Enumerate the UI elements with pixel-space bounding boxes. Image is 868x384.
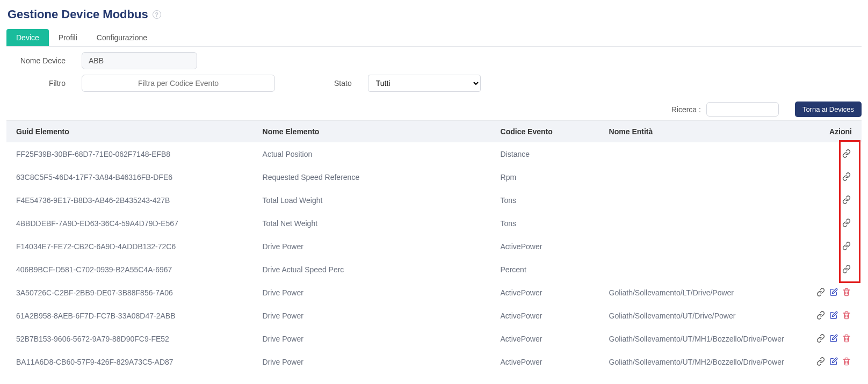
cell-guid: 406B9BCF-D581-C702-0939-B2A55C4A-6967: [6, 258, 253, 281]
table-row: 52B7B153-9606-5672-9A79-88D90FC9-FE52Dri…: [6, 327, 862, 350]
search-input[interactable]: [706, 102, 779, 117]
cell-name: Drive Power: [253, 304, 491, 327]
back-to-devices-button[interactable]: Torna ai Devices: [795, 102, 862, 117]
col-entity: Nome Entità: [599, 121, 794, 143]
trash-icon[interactable]: [841, 310, 852, 321]
cell-name: Actual Position: [253, 142, 491, 165]
table-row: BA11A6D8-CB60-57F9-426F-829A73C5-AD87Dri…: [6, 350, 862, 373]
state-label: Stato: [334, 79, 352, 88]
cell-guid: 52B7B153-9606-5672-9A79-88D90FC9-FE52: [6, 327, 253, 350]
cell-actions: [794, 350, 862, 373]
trash-icon[interactable]: [841, 287, 852, 298]
link-icon[interactable]: [841, 171, 852, 182]
cell-guid: 61A2B958-8AEB-6F7D-FC7B-33A08D47-2ABB: [6, 304, 253, 327]
table-row: 3A50726C-C2BF-2BB9-DE07-3B88F856-7A06Dri…: [6, 281, 862, 304]
link-icon[interactable]: [841, 194, 852, 205]
cell-actions: [794, 235, 862, 258]
table-row: F4E54736-9E17-B8D3-AB46-2B435243-427BTot…: [6, 189, 862, 212]
cell-name: Drive Power: [253, 350, 491, 373]
filter-label: Filtro: [6, 79, 66, 88]
trash-icon[interactable]: [841, 333, 852, 344]
cell-actions: [794, 142, 862, 165]
table-row: 406B9BCF-D581-C702-0939-B2A55C4A-6967Dri…: [6, 258, 862, 281]
cell-actions: [794, 281, 862, 304]
table-row: 61A2B958-8AEB-6F7D-FC7B-33A08D47-2ABBDri…: [6, 304, 862, 327]
table-row: 4BBDDEBF-7A9D-ED63-36C4-59A4D79D-E567Tot…: [6, 212, 862, 235]
cell-name: Drive Actual Speed Perc: [253, 258, 491, 281]
link-icon[interactable]: [841, 241, 852, 251]
link-icon[interactable]: [815, 356, 826, 367]
col-guid: Guid Elemento: [6, 121, 253, 143]
cell-entity: [599, 212, 794, 235]
col-code: Codice Evento: [491, 121, 599, 143]
link-icon[interactable]: [841, 218, 852, 228]
cell-name: Total Load Weight: [253, 189, 491, 212]
cell-code: ActivePower: [491, 327, 599, 350]
table-row: F14034E7-FE72-CB2C-6A9D-4ADDB132-72C6Dri…: [6, 235, 862, 258]
tabs: Device Profili Configurazione: [6, 29, 862, 47]
cell-guid: 4BBDDEBF-7A9D-ED63-36C4-59A4D79D-E567: [6, 212, 253, 235]
link-icon[interactable]: [815, 333, 826, 344]
cell-code: ActivePower: [491, 281, 599, 304]
name-input[interactable]: [82, 52, 197, 69]
data-table: Guid Elemento Nome Elemento Codice Event…: [6, 120, 862, 373]
link-icon[interactable]: [815, 310, 826, 321]
cell-name: Total Net Weight: [253, 212, 491, 235]
cell-name: Drive Power: [253, 235, 491, 258]
search-label: Ricerca :: [671, 105, 701, 114]
cell-actions: [794, 327, 862, 350]
edit-icon[interactable]: [828, 333, 839, 344]
cell-guid: F4E54736-9E17-B8D3-AB46-2B435243-427B: [6, 189, 253, 212]
cell-code: ActivePower: [491, 235, 599, 258]
filter-input[interactable]: [82, 75, 275, 92]
link-icon[interactable]: [841, 264, 852, 274]
cell-guid: F14034E7-FE72-CB2C-6A9D-4ADDB132-72C6: [6, 235, 253, 258]
cell-actions: [794, 304, 862, 327]
table-row: FF25F39B-30BF-68D7-71E0-062F7148-EFB8Act…: [6, 142, 862, 165]
link-icon[interactable]: [815, 287, 826, 298]
tab-device[interactable]: Device: [6, 29, 49, 46]
cell-code: ActivePower: [491, 304, 599, 327]
state-select[interactable]: Tutti: [368, 75, 481, 92]
tab-profili[interactable]: Profili: [49, 29, 87, 46]
trash-icon[interactable]: [841, 356, 852, 367]
cell-code: Tons: [491, 212, 599, 235]
cell-entity: [599, 235, 794, 258]
cell-code: Rpm: [491, 165, 599, 189]
cell-code: ActivePower: [491, 350, 599, 373]
page-title: Gestione Device Modbus: [8, 8, 148, 21]
cell-entity: Goliath/Sollevamento/UT/Drive/Power: [599, 304, 794, 327]
cell-entity: Goliath/Sollevamento/UT/MH2/Bozzello/Dri…: [599, 350, 794, 373]
edit-icon[interactable]: [828, 356, 839, 367]
cell-name: Drive Power: [253, 327, 491, 350]
cell-actions: [794, 258, 862, 281]
cell-name: Drive Power: [253, 281, 491, 304]
col-name: Nome Elemento: [253, 121, 491, 143]
cell-entity: [599, 258, 794, 281]
help-icon[interactable]: ?: [153, 10, 161, 19]
cell-actions: [794, 189, 862, 212]
cell-guid: FF25F39B-30BF-68D7-71E0-062F7148-EFB8: [6, 142, 253, 165]
cell-name: Requested Speed Reference: [253, 165, 491, 189]
link-icon[interactable]: [841, 148, 852, 159]
cell-entity: [599, 165, 794, 189]
edit-icon[interactable]: [828, 287, 839, 298]
name-label: Nome Device: [6, 56, 66, 65]
cell-actions: [794, 165, 862, 189]
edit-icon[interactable]: [828, 310, 839, 321]
cell-entity: Goliath/Sollevamento/LT/Drive/Power: [599, 281, 794, 304]
table-row: 63C8C5F5-46D4-17F7-3A84-B46316FB-DFE6Req…: [6, 165, 862, 189]
cell-entity: [599, 142, 794, 165]
cell-code: Percent: [491, 258, 599, 281]
cell-actions: [794, 212, 862, 235]
cell-guid: BA11A6D8-CB60-57F9-426F-829A73C5-AD87: [6, 350, 253, 373]
cell-code: Tons: [491, 189, 599, 212]
cell-code: Distance: [491, 142, 599, 165]
cell-entity: [599, 189, 794, 212]
cell-entity: Goliath/Sollevamento/UT/MH1/Bozzello/Dri…: [599, 327, 794, 350]
tab-configurazione[interactable]: Configurazione: [87, 29, 157, 46]
cell-guid: 3A50726C-C2BF-2BB9-DE07-3B88F856-7A06: [6, 281, 253, 304]
cell-guid: 63C8C5F5-46D4-17F7-3A84-B46316FB-DFE6: [6, 165, 253, 189]
col-actions: Azioni: [794, 121, 862, 143]
